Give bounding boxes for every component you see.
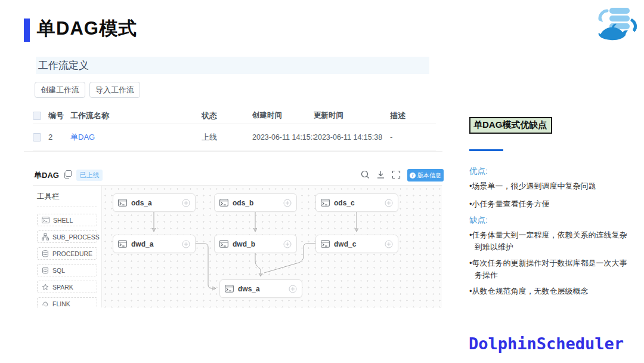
node-label: ods_c	[334, 199, 380, 207]
section-title: 工作流定义	[36, 59, 89, 72]
node-label: dws_a	[238, 285, 284, 293]
copy-icon[interactable]	[64, 170, 72, 179]
tool-item-procedure[interactable]: PROCEDURE	[37, 247, 97, 260]
con-item: •任务体量大到一定程度，依赖关系的连线复杂到难以维护	[469, 229, 634, 253]
import-workflow-button[interactable]: 导入工作流	[89, 82, 140, 98]
node-plus-icon[interactable]	[289, 285, 297, 293]
dag-canvas[interactable]: ods_a ods_b ods_c dwd_a	[102, 186, 442, 307]
tool-item-spark[interactable]: SPARK	[37, 281, 97, 293]
dag-workflow-name: 单DAG	[34, 170, 59, 181]
shell-task-icon	[219, 199, 228, 207]
version-info-button[interactable]: i 版本信息	[407, 169, 444, 182]
dag-node-dwd-c[interactable]: dwd_c	[315, 235, 398, 253]
tool-label: SUB_PROCESS	[52, 233, 100, 241]
star-icon	[42, 284, 49, 291]
workflow-definition-screenshot: 工作流定义 创建工作流 导入工作流 编号 工作流名称 状态 创建时间 更新时间 …	[24, 53, 442, 307]
terminal-icon	[42, 217, 49, 223]
col-updated: 更新时间	[314, 110, 390, 121]
select-all-checkbox[interactable]	[33, 112, 41, 120]
create-workflow-button[interactable]: 创建工作流	[35, 82, 85, 98]
database-icon	[42, 250, 49, 257]
dag-node-dws-a[interactable]: dws_a	[219, 279, 302, 298]
con-item: •每次任务的更新操作对于数据库都是一次大事务操作	[469, 257, 634, 281]
node-plus-icon[interactable]	[283, 199, 292, 207]
shell-task-icon	[225, 285, 234, 293]
section-divider	[24, 151, 442, 152]
table-header-row: 编号 工作流名称 状态 创建时间 更新时间 描述	[33, 107, 436, 124]
pro-item: •场景单一，很少遇到调度中复杂问题	[469, 180, 634, 192]
dag-panel-header: 单DAG 已上线 i 版本信息	[33, 167, 436, 184]
col-status: 状态	[202, 110, 252, 121]
toolbox-title: 工具栏	[37, 192, 97, 207]
col-description: 描述	[390, 110, 432, 121]
tool-label: SHELL	[53, 217, 73, 224]
node-plus-icon[interactable]	[385, 199, 393, 207]
node-plus-icon[interactable]	[182, 240, 190, 248]
col-created: 创建时间	[252, 110, 314, 121]
section-header: 工作流定义	[36, 57, 429, 74]
node-label: ods_a	[131, 199, 178, 207]
cell-status: 上线	[202, 132, 252, 143]
dag-node-dwd-b[interactable]: dwd_b	[214, 235, 297, 253]
shell-task-icon	[118, 199, 127, 207]
dag-toolbox: 工具栏 SHELL	[33, 186, 102, 307]
node-plus-icon[interactable]	[182, 199, 190, 207]
tool-item-shell[interactable]: SHELL	[37, 214, 97, 226]
cons-heading: 缺点:	[469, 215, 488, 226]
tool-item-sql[interactable]: SQL	[37, 264, 97, 276]
dolphinscheduler-logo-icon	[595, 5, 640, 43]
node-label: ods_b	[233, 199, 279, 207]
con-item: •从数仓规范角度，无数仓层级概念	[469, 285, 634, 297]
online-status-badge: 已上线	[76, 170, 103, 181]
notes-panel: 单DAG模式优缺点 优点: •场景单一，很少遇到调度中复杂问题 •小任务量查看任…	[469, 117, 636, 314]
notes-title-box: 单DAG模式优缺点	[469, 117, 552, 134]
dag-node-dwd-a[interactable]: dwd_a	[113, 235, 196, 253]
flink-icon	[42, 300, 49, 307]
database-icon	[42, 267, 49, 274]
shell-task-icon	[321, 240, 330, 248]
info-icon: i	[410, 173, 416, 179]
sub-process-icon	[42, 233, 49, 241]
dag-body: 工具栏 SHELL	[33, 185, 442, 307]
table-row: 2 单DAG 上线 2023-06-11 14:15:38 2023-06-11…	[33, 124, 436, 150]
tool-label: PROCEDURE	[52, 250, 92, 257]
row-checkbox[interactable]	[33, 133, 41, 141]
cell-created: 2023-06-11 14:15:38	[252, 133, 314, 141]
dag-node-ods-b[interactable]: ods_b	[214, 193, 297, 212]
workflow-name-link[interactable]: 单DAG	[70, 133, 95, 141]
cell-description: -	[390, 133, 432, 141]
node-label: dwd_c	[334, 240, 380, 248]
tool-label: FLINK	[52, 300, 70, 307]
shell-task-icon	[219, 240, 228, 248]
pros-heading: 优点:	[469, 166, 488, 177]
dag-node-ods-a[interactable]: ods_a	[113, 193, 196, 212]
title-accent-bar	[24, 19, 30, 42]
slide: 单DAG模式 工作流定义 创建工作流 导入工作流 编号 工作流名称 状态 创建时…	[0, 0, 644, 363]
tool-item-sub-process[interactable]: SUB_PROCESS	[37, 230, 97, 243]
dag-node-ods-c[interactable]: ods_c	[315, 193, 398, 212]
cell-id: 2	[48, 133, 70, 141]
search-icon[interactable]	[361, 170, 370, 179]
node-label: dwd_a	[131, 240, 178, 248]
notes-accent-rule	[469, 149, 503, 151]
cell-updated: 2023-06-11 14:15:38	[314, 133, 390, 141]
workflow-table: 编号 工作流名称 状态 创建时间 更新时间 描述 2 单DAG 上线 2023-…	[33, 107, 436, 150]
node-plus-icon[interactable]	[385, 240, 393, 248]
pro-item: •小任务量查看任务方便	[469, 198, 634, 210]
col-id: 编号	[48, 110, 70, 121]
fullscreen-icon[interactable]	[392, 170, 401, 179]
tool-item-flink[interactable]: FLINK	[37, 297, 97, 307]
brand-wordmark: DolphinScheduler	[469, 334, 624, 353]
version-info-label: 版本信息	[417, 171, 441, 180]
node-label: dwd_b	[233, 240, 279, 248]
page-title: 单DAG模式	[37, 16, 137, 41]
download-icon[interactable]	[376, 170, 385, 179]
tool-label: SQL	[52, 267, 65, 274]
tool-label: SPARK	[52, 284, 73, 291]
shell-task-icon	[321, 199, 330, 207]
node-plus-icon[interactable]	[283, 240, 292, 248]
col-name: 工作流名称	[70, 110, 202, 121]
shell-task-icon	[118, 240, 127, 248]
